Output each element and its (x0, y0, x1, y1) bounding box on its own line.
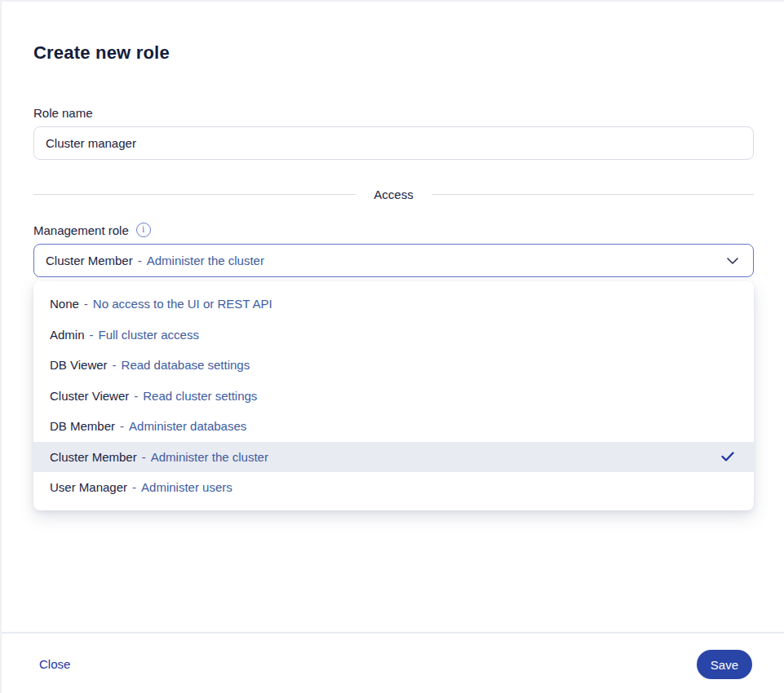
dropdown-option-cluster-member[interactable]: Cluster Member - Administer the cluster (33, 442, 754, 473)
option-separator: - (120, 419, 124, 433)
info-icon[interactable]: i (136, 223, 151, 237)
management-role-select[interactable]: Cluster Member - Administer the cluster (33, 244, 754, 277)
option-name: DB Member (50, 419, 115, 433)
access-divider: Access (33, 188, 754, 201)
access-divider-label: Access (374, 188, 413, 201)
role-name-input[interactable] (33, 126, 754, 160)
dropdown-option-user-manager[interactable]: User Manager - Administer users (33, 472, 754, 503)
option-name: Cluster Viewer (50, 389, 129, 403)
option-name: Admin (50, 328, 85, 342)
option-separator: - (113, 358, 117, 372)
selected-option-description: Administer the cluster (147, 254, 264, 267)
dropdown-option-none[interactable]: None - No access to the UI or REST API (33, 289, 754, 320)
option-description: Read database settings (122, 358, 250, 372)
chevron-down-icon (727, 258, 738, 264)
divider-line-right (432, 194, 754, 195)
divider-line-left (33, 194, 356, 195)
option-separator: - (142, 450, 146, 464)
dropdown-option-db-member[interactable]: DB Member - Administer databases (33, 411, 754, 442)
option-description: Read cluster settings (143, 389, 257, 403)
footer-divider (2, 632, 784, 633)
option-separator: - (84, 297, 88, 311)
close-button[interactable]: Close (39, 657, 70, 671)
selected-option-separator: - (138, 254, 142, 267)
dropdown-option-cluster-viewer[interactable]: Cluster Viewer - Read cluster settings (33, 381, 754, 412)
option-separator: - (132, 480, 136, 494)
role-name-label: Role name (33, 106, 93, 120)
option-separator: - (134, 389, 138, 403)
option-name: None (50, 297, 79, 311)
save-button[interactable]: Save (697, 650, 752, 679)
page-title: Create new role (33, 42, 170, 64)
option-description: Full cluster access (99, 328, 199, 342)
dropdown-option-db-viewer[interactable]: DB Viewer - Read database settings (33, 350, 754, 381)
option-description: No access to the UI or REST API (93, 297, 272, 311)
option-name: DB Viewer (50, 358, 108, 372)
management-role-label: Management role (33, 223, 129, 237)
dropdown-option-admin[interactable]: Admin - Full cluster access (33, 320, 754, 351)
management-role-label-row: Management role i (33, 223, 151, 237)
option-description: Administer users (141, 480, 233, 494)
option-description: Administer databases (129, 419, 246, 433)
create-role-dialog: Create new role Role name Access Managem… (0, 0, 784, 693)
option-name: User Manager (50, 480, 127, 494)
check-icon (721, 452, 734, 461)
option-separator: - (90, 328, 94, 342)
management-role-dropdown: None - No access to the UI or REST API A… (33, 281, 754, 510)
option-description: Administer the cluster (151, 450, 268, 464)
selected-option-name: Cluster Member (46, 254, 133, 267)
option-name: Cluster Member (50, 450, 137, 464)
